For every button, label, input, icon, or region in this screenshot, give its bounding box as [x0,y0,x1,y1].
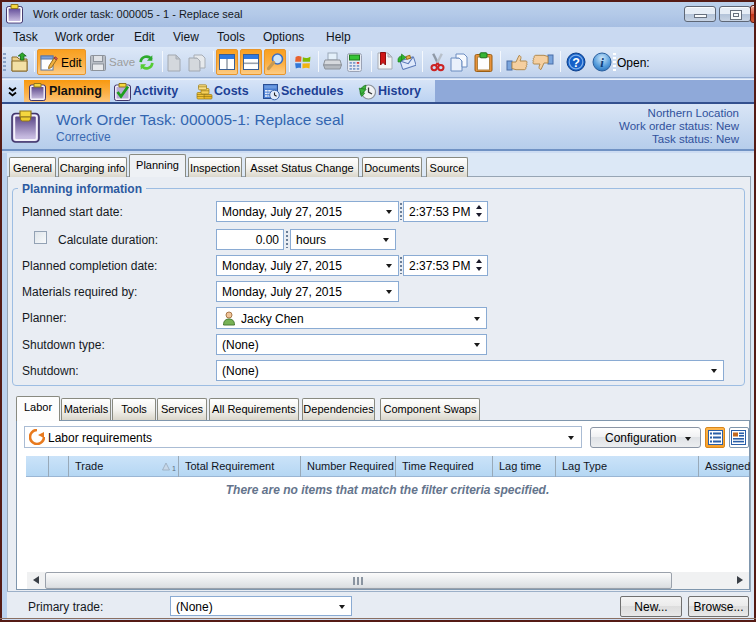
svg-text:i: i [600,55,604,70]
svg-text:1: 1 [172,465,176,472]
svg-text:?: ? [572,56,580,70]
